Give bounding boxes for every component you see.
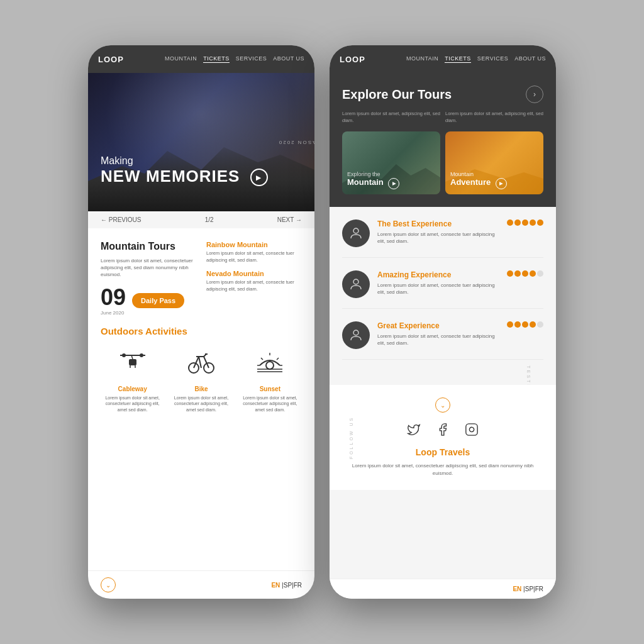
outdoors-title-rest: doors Activities bbox=[117, 326, 187, 336]
outdoors-title-highlight: Out bbox=[101, 326, 117, 336]
activity-sunset: Sunset Lorem ipsum dolor sit amet, conse… bbox=[238, 347, 302, 413]
tour-card-desert[interactable]: Mountain Adventure ▶ bbox=[445, 131, 543, 194]
testimonial-best-stars bbox=[507, 219, 543, 226]
testimonial-great: Great Experience Lorem ipsum dolor sit a… bbox=[342, 321, 543, 360]
explore-title: Explore Our Tours bbox=[342, 87, 452, 102]
tour-card-mountain[interactable]: Exploring the Mountain ▶ bbox=[342, 131, 440, 194]
testimonial-amazing-body: Amazing Experience Lorem ipsum dolor sit… bbox=[377, 270, 499, 296]
star-5 bbox=[537, 219, 543, 226]
nav-mountain-2[interactable]: MOUNTAIN bbox=[406, 55, 438, 63]
testimonial-best-text: Lorem ipsum dolor sit amet, consecte tue… bbox=[377, 231, 499, 245]
nav-items-2: MOUNTAIN TICKETS SERVICES ABOUT US bbox=[373, 55, 546, 63]
nav-items-1: MOUNTAIN TICKETS SERVICES ABOUT US bbox=[131, 55, 304, 63]
instagram-icon[interactable] bbox=[465, 423, 479, 440]
tour-cards: Exploring the Mountain ▶ Mountain Advent… bbox=[342, 131, 543, 194]
scroll-down-button-1[interactable]: ⌄ bbox=[101, 577, 116, 592]
cableway-name: Cableway bbox=[118, 386, 147, 392]
outdoors-title: Outdoors Activities bbox=[101, 326, 302, 336]
mountain-play[interactable]: ▶ bbox=[388, 178, 399, 189]
cableway-icon bbox=[118, 347, 148, 382]
tours-desc: Lorem ipsum dolor sit amet, consectetuer… bbox=[101, 257, 196, 279]
star-a3 bbox=[522, 270, 528, 277]
facebook-icon[interactable] bbox=[436, 423, 450, 440]
svg-point-22 bbox=[353, 330, 358, 335]
next-button[interactable]: NEXT → bbox=[277, 216, 302, 223]
nav-services-2[interactable]: SERVICES bbox=[477, 55, 508, 63]
phone-1: LOOP MOUNTAIN TICKETS SERVICES ABOUT US … bbox=[88, 45, 314, 599]
follow-section: ⌄ bbox=[330, 385, 556, 490]
tours-section: Mountain Tours Lorem ipsum dolor sit ame… bbox=[101, 241, 302, 316]
activities-grid: Cableway Lorem ipsum dolor sit amet, con… bbox=[101, 347, 302, 413]
avatar-great bbox=[342, 321, 370, 349]
tours-grid: Mountain Tours Lorem ipsum dolor sit ame… bbox=[101, 241, 302, 316]
desert-play[interactable]: ▶ bbox=[496, 178, 507, 189]
nav-tickets-1[interactable]: TICKETS bbox=[203, 55, 230, 63]
avatar-best bbox=[342, 219, 370, 247]
star-4 bbox=[530, 219, 536, 226]
tours-left: Mountain Tours Lorem ipsum dolor sit ame… bbox=[101, 241, 196, 316]
svg-point-20 bbox=[353, 228, 358, 233]
explore-arrow-button[interactable]: › bbox=[526, 86, 543, 103]
scroll-down-2[interactable]: ⌄ bbox=[435, 397, 450, 413]
activity-cableway: Cableway Lorem ipsum dolor sit amet, con… bbox=[101, 347, 164, 413]
svg-line-15 bbox=[277, 358, 279, 360]
testimonial-amazing-name: Amazing Experience bbox=[377, 270, 499, 279]
social-icons bbox=[342, 423, 543, 440]
hero-play-button[interactable]: ▶ bbox=[250, 169, 268, 186]
nav-logo-2: LOOP bbox=[340, 55, 365, 64]
testimonial-amazing-text: Lorem ipsum dolor sit amet, consecte tue… bbox=[377, 282, 499, 296]
sunset-icon bbox=[255, 347, 285, 382]
hero-text: Making NEW MEMORIES ▶ bbox=[101, 155, 268, 186]
phone2-content: The Best Experience Lorem ipsum dolor si… bbox=[330, 207, 556, 579]
svg-line-14 bbox=[261, 358, 263, 360]
star-g3 bbox=[522, 321, 528, 328]
svg-point-12 bbox=[266, 362, 274, 369]
nav-logo-1: LOOP bbox=[98, 55, 124, 64]
brand-name: Loop Travels bbox=[342, 447, 543, 457]
testimonial-great-body: Great Experience Lorem ipsum dolor sit a… bbox=[377, 321, 499, 347]
nav-bar-2: LOOP MOUNTAIN TICKETS SERVICES ABOUT US bbox=[330, 45, 556, 73]
phone-footer-1: ⌄ EN |SP|FR bbox=[88, 570, 314, 599]
nav-tickets-2[interactable]: TICKETS bbox=[445, 55, 471, 63]
explore-hero: Explore Our Tours › Lorem ipsum dolor si… bbox=[330, 73, 556, 207]
star-a1 bbox=[507, 270, 513, 277]
testimonial-amazing-stars bbox=[507, 270, 543, 277]
hero-title: NEW MEMORIES ▶ bbox=[101, 167, 268, 186]
tour-item-nevado: Nevado Mountain Lorem ipsum dolor sit am… bbox=[206, 270, 302, 292]
pagination: 1/2 bbox=[205, 216, 214, 223]
star-a4 bbox=[530, 270, 536, 277]
outdoors-section: Outdoors Activities bbox=[101, 326, 302, 413]
follow-us-label: FOLLOW US bbox=[349, 416, 353, 458]
testimonial-best: The Best Experience Lorem ipsum dolor si… bbox=[342, 219, 543, 258]
nav-services-1[interactable]: SERVICES bbox=[236, 55, 267, 63]
bike-icon bbox=[186, 347, 216, 382]
explore-desc-1: Lorem ipsum dolor sit amet, adipiscing e… bbox=[342, 111, 440, 124]
language-selector-1[interactable]: EN |SP|FR bbox=[271, 582, 302, 589]
svg-point-21 bbox=[353, 279, 358, 284]
tour-rainbow-desc: Lorem ipsum dolor sit amet, consecte tue… bbox=[206, 250, 302, 264]
bike-desc: Lorem ipsum dolor sit amet, consectetuer… bbox=[169, 395, 233, 413]
tours-desc-grid: Lorem ipsum dolor sit amet, adipiscing e… bbox=[342, 111, 543, 124]
hero-section-1: Making NEW MEMORIES ▶ SEASON 2020 bbox=[88, 73, 314, 211]
content-1: Mountain Tours Lorem ipsum dolor sit ame… bbox=[88, 228, 314, 570]
prev-button[interactable]: ← PREVIOUS bbox=[101, 216, 141, 223]
brand-desc: Lorem ipsum dolor sit amet, consectetuer… bbox=[342, 462, 543, 477]
testimonial-great-name: Great Experience bbox=[377, 321, 499, 330]
star-1 bbox=[507, 219, 513, 226]
testimonial-great-text: Lorem ipsum dolor sit amet, consecte tue… bbox=[377, 333, 499, 347]
twitter-icon[interactable] bbox=[407, 423, 421, 440]
nav-mountain-1[interactable]: MOUNTAIN bbox=[165, 55, 197, 63]
nav-about-1[interactable]: ABOUT US bbox=[273, 55, 304, 63]
cableway-desc: Lorem ipsum dolor sit amet, consectetuer… bbox=[101, 395, 164, 413]
star-g1 bbox=[507, 321, 513, 328]
nav-about-2[interactable]: ABOUT US bbox=[514, 55, 546, 63]
svg-rect-23 bbox=[466, 424, 477, 435]
tours-right: Rainbow Mountain Lorem ipsum dolor sit a… bbox=[206, 241, 302, 316]
mountain-card-label: Exploring the Mountain ▶ bbox=[347, 171, 399, 189]
language-selector-2[interactable]: EN |SP|FR bbox=[513, 586, 543, 592]
date-label: June 2020 bbox=[101, 310, 126, 316]
nav-bar-1: LOOP MOUNTAIN TICKETS SERVICES ABOUT US bbox=[88, 45, 314, 73]
daily-pass-button[interactable]: Daily Pass bbox=[132, 293, 184, 308]
date-number: 09 bbox=[101, 286, 126, 309]
star-g4 bbox=[530, 321, 536, 328]
